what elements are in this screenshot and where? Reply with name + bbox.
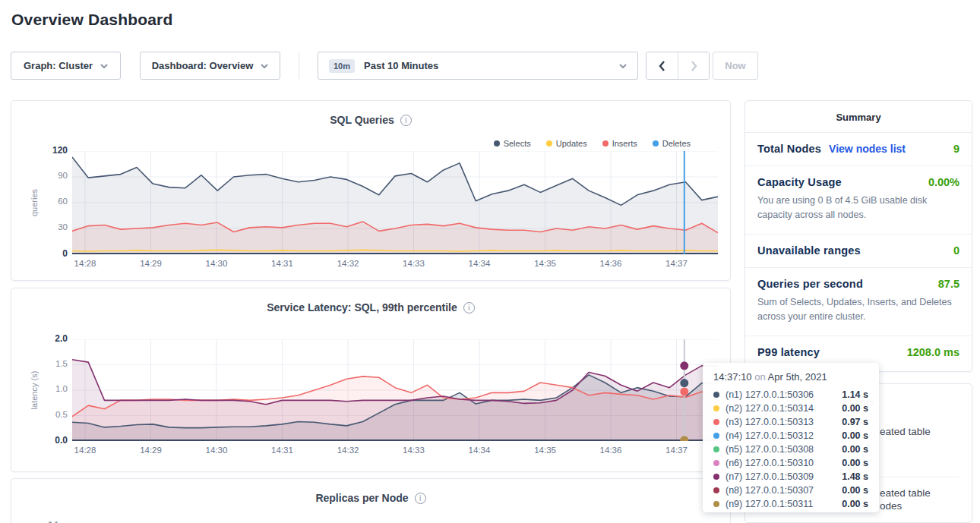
time-next-button[interactable]: [678, 52, 709, 79]
node-dot-icon: [713, 392, 719, 398]
chevron-down-icon: [619, 64, 627, 68]
x-tick-label: 14:36: [591, 446, 631, 455]
node-dot-icon: [713, 460, 719, 466]
chevron-left-icon: [659, 61, 665, 71]
x-tick-label: 14:35: [526, 259, 565, 268]
sql-queries-plot[interactable]: [72, 151, 718, 257]
x-tick-label: 14:33: [394, 446, 433, 455]
legend-item-selects[interactable]: Selects: [494, 139, 531, 148]
summary-row-total-nodes: Total Nodes View nodes list 9: [745, 133, 972, 166]
info-icon[interactable]: [400, 115, 412, 126]
node-label: (n5) 127.0.0.1:50308: [726, 444, 814, 455]
node-label: (n7) 127.0.0.1:50309: [726, 471, 814, 482]
x-tick-label: 14:37: [657, 446, 697, 455]
tooltip-row-n4: (n4) 127.0.0.1:503120.00 s: [713, 429, 868, 443]
page-title: Overview Dashboard: [11, 11, 173, 29]
event-text-fragment: eated table: [880, 487, 931, 499]
service-latency-plot[interactable]: [72, 339, 718, 444]
node-value: 1.48 s: [842, 471, 868, 482]
summary-row-qps: Queries per second 87.5 Sum of Selects, …: [745, 268, 972, 336]
time-range-badge: 10m: [329, 59, 355, 73]
node-dot-icon: [713, 433, 719, 439]
summary-label: Unavailable ranges: [757, 244, 861, 257]
node-value: 0.00 s: [842, 430, 868, 441]
controls-divider: [299, 52, 299, 79]
summary-row-unavailable-ranges: Unavailable ranges 0: [745, 235, 972, 268]
summary-value: 1208.0 ms: [907, 346, 959, 358]
tooltip-timestamp: 14:37:10 on Apr 5th, 2021: [713, 371, 868, 383]
tooltip-row-n1: (n1) 127.0.0.1:503061.14 s: [713, 388, 868, 402]
view-nodes-list-link[interactable]: View nodes list: [829, 143, 906, 155]
summary-caption: You are using 0 B of 4.5 GiB usable disk…: [757, 194, 959, 223]
replicas-per-node-card: Replicas per Node: [11, 478, 731, 523]
graph-dropdown[interactable]: Graph: Cluster: [11, 52, 121, 80]
y-tick-label: 0.5: [37, 410, 68, 419]
x-tick-label: 14:35: [526, 446, 565, 455]
y-tick-label: 2.0: [37, 333, 68, 344]
sql-queries-card: SQL Queries Selects Updates Inserts Dele…: [11, 100, 731, 281]
inserts-dot-icon: [602, 140, 609, 147]
node-value: 0.00 s: [842, 485, 868, 496]
legend-item-deletes[interactable]: Deletes: [653, 139, 691, 148]
replicas-partial-axis-label: 140: [48, 520, 58, 523]
x-tick-label: 14:28: [65, 259, 105, 268]
summary-value: 87.5: [938, 278, 959, 290]
x-tick-label: 14:34: [460, 259, 499, 268]
tooltip-row-n6: (n6) 127.0.0.1:503100.00 s: [713, 456, 868, 470]
x-tick-label: 14:36: [591, 259, 631, 268]
legend-label: Updates: [556, 139, 587, 148]
tooltip-row-n7: (n7) 127.0.0.1:503091.48 s: [713, 470, 868, 484]
info-icon[interactable]: [415, 493, 426, 504]
selects-dot-icon: [494, 140, 500, 147]
tooltip-row-n3: (n3) 127.0.0.1:503130.97 s: [713, 415, 868, 429]
x-tick-label: 14:28: [65, 446, 105, 455]
summary-panel: Summary Total Nodes View nodes list 9 Ca…: [744, 100, 972, 372]
x-tick-label: 14:31: [263, 446, 302, 455]
node-label: (n9) 127.0.0.1:50311: [726, 499, 813, 509]
x-tick-label: 14:34: [460, 446, 499, 455]
time-range-selector[interactable]: 10m Past 10 Minutes: [318, 52, 638, 80]
x-tick-label: 14:33: [394, 259, 433, 268]
node-dot-icon: [713, 487, 719, 493]
node-label: (n6) 127.0.0.1:50310: [726, 458, 814, 468]
deletes-dot-icon: [653, 140, 659, 147]
chart-hover-tooltip: 14:37:10 on Apr 5th, 2021 (n1) 127.0.0.1…: [703, 363, 879, 512]
node-dot-icon: [713, 419, 719, 425]
dashboard-dropdown[interactable]: Dashboard: Overview: [140, 52, 280, 80]
node-label: (n1) 127.0.0.1:50306: [726, 389, 814, 400]
node-label: (n4) 127.0.0.1:50312: [726, 430, 814, 441]
summary-caption: Sum of Selects, Updates, Inserts, and De…: [757, 295, 959, 325]
now-button[interactable]: Now: [713, 52, 758, 80]
node-value: 0.00 s: [842, 499, 868, 509]
tooltip-row-n9: (n9) 127.0.0.1:503110.00 s: [713, 497, 868, 511]
legend-item-updates[interactable]: Updates: [546, 139, 587, 148]
replicas-per-node-title-text: Replicas per Node: [315, 492, 408, 504]
node-dot-icon: [713, 501, 719, 507]
node-value: 0.00 s: [842, 458, 868, 468]
summary-label: Capacity Usage: [757, 176, 842, 188]
chevron-down-icon: [261, 64, 268, 68]
tooltip-row-n8: (n8) 127.0.0.1:503070.00 s: [713, 484, 868, 497]
info-icon[interactable]: [463, 302, 475, 313]
y-tick-label: 90: [37, 171, 68, 180]
service-latency-title: Service Latency: SQL, 99th percentile: [11, 301, 730, 313]
sql-queries-legend: Selects Updates Inserts Deletes: [494, 139, 691, 148]
node-value: 1.14 s: [842, 389, 868, 400]
x-tick-label: 14:30: [197, 259, 236, 268]
node-value: 0.00 s: [842, 444, 868, 455]
y-tick-label: 60: [37, 197, 68, 206]
sql-queries-title-text: SQL Queries: [330, 114, 394, 126]
y-tick-label: 1.0: [37, 384, 68, 393]
time-prev-button[interactable]: [646, 52, 678, 79]
legend-label: Inserts: [612, 139, 637, 148]
event-text-fragment: odes: [880, 500, 902, 512]
node-value: 0.00 s: [842, 403, 868, 414]
y-tick-label: 30: [37, 222, 68, 232]
node-label: (n3) 127.0.0.1:50313: [726, 417, 814, 427]
x-tick-label: 14:31: [263, 259, 302, 268]
tooltip-on: on: [754, 371, 765, 383]
service-latency-title-text: Service Latency: SQL, 99th percentile: [267, 301, 457, 313]
legend-item-inserts[interactable]: Inserts: [602, 139, 637, 148]
summary-label: Queries per second: [757, 278, 863, 290]
x-tick-label: 14:29: [131, 259, 171, 268]
